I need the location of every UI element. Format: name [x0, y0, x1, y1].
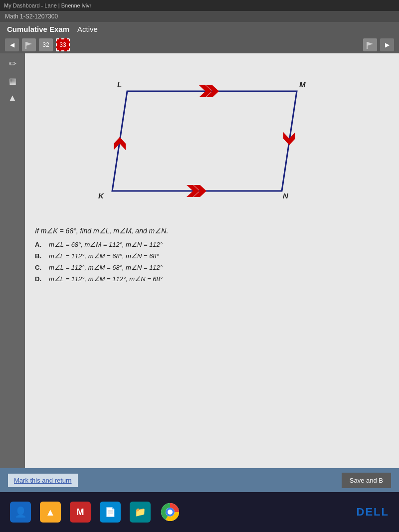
choice-d-text: m∠L = 112°, m∠M = 112°, m∠N = 68° — [49, 275, 163, 283]
svg-text:M: M — [299, 80, 306, 89]
browser-bar-text: My Dashboard - Lane | Bnenne lvivr — [4, 2, 91, 8]
flag-right-icon — [366, 41, 374, 49]
choice-b-text: m∠L = 112°, m∠M = 68°, m∠N = 68° — [49, 252, 159, 260]
question-32-button[interactable]: 32 — [39, 38, 53, 51]
choice-c[interactable]: C. m∠L = 112°, m∠M = 68°, m∠N = 112° — [35, 264, 389, 271]
exam-title-bar: Cumulative Exam Active — [0, 22, 399, 36]
choice-c-text: m∠L = 112°, m∠M = 68°, m∠N = 112° — [49, 264, 163, 271]
choice-a-text: m∠L = 68°, m∠M = 112°, m∠N = 112° — [49, 241, 163, 248]
question-text: If m∠K = 68°, find m∠L, m∠M, and m∠N. — [35, 227, 389, 235]
right-arrow — [283, 132, 295, 145]
sidebar: ✏ ▦ ▲ — [0, 53, 25, 468]
bottom-bar: Mark this and return Save and B — [0, 468, 399, 492]
header-bar: Math 1-S2-1207300 — [0, 11, 399, 22]
svg-marker-16 — [283, 132, 295, 145]
choice-b-letter: B. — [35, 252, 45, 260]
question-area: L M K N — [25, 53, 399, 468]
mark-return-link[interactable]: Mark this and return — [8, 474, 78, 487]
arrow-up-icon[interactable]: ▲ — [8, 93, 17, 103]
taskbar-folder-icon[interactable]: 📁 — [130, 502, 151, 523]
prev-button[interactable]: ◀ — [5, 38, 19, 51]
choice-d-letter: D. — [35, 275, 45, 283]
taskbar-files-icon[interactable]: 📄 — [100, 502, 121, 523]
svg-marker-4 — [112, 91, 297, 191]
svg-text:N: N — [283, 191, 289, 200]
taskbar-drive-icon[interactable]: ▲ — [40, 502, 61, 523]
exam-title: Cumulative Exam — [7, 25, 69, 33]
diagram-container: L M K N — [35, 61, 389, 221]
svg-marker-0 — [26, 42, 32, 46]
choice-a[interactable]: A. m∠L = 68°, m∠M = 112°, m∠N = 112° — [35, 241, 389, 248]
geometry-diagram: L M K N — [87, 61, 337, 221]
answer-choices: A. m∠L = 68°, m∠M = 112°, m∠N = 112° B. … — [35, 241, 389, 283]
flag-button[interactable] — [22, 38, 36, 51]
left-arrow — [113, 136, 127, 151]
dell-logo-text: DELL — [357, 506, 389, 518]
exam-status: Active — [77, 25, 98, 33]
taskbar-gmail-icon[interactable]: M — [70, 502, 91, 523]
svg-text:L: L — [117, 80, 122, 89]
course-label: Math 1-S2-1207300 — [5, 13, 58, 20]
next-button[interactable]: ▶ — [380, 38, 394, 51]
taskbar-chrome-icon[interactable] — [160, 502, 181, 523]
choice-a-letter: A. — [35, 241, 45, 248]
svg-text:K: K — [98, 191, 104, 200]
flag-icon — [25, 41, 33, 49]
save-button[interactable]: Save and B — [342, 473, 391, 488]
calculator-icon[interactable]: ▦ — [9, 76, 16, 86]
flag-right-button[interactable] — [363, 38, 377, 51]
choice-c-letter: C. — [35, 264, 45, 271]
svg-marker-2 — [367, 42, 373, 46]
taskbar: 👤 ▲ M 📄 📁 DELL — [0, 492, 399, 532]
svg-point-19 — [168, 510, 173, 515]
taskbar-user-icon[interactable]: 👤 — [10, 502, 31, 523]
choice-d[interactable]: D. m∠L = 112°, m∠M = 112°, m∠N = 68° — [35, 275, 389, 283]
question-33-button[interactable]: 33 — [56, 38, 70, 51]
browser-bar: My Dashboard - Lane | Bnenne lvivr — [0, 0, 399, 11]
dell-logo: DELL — [357, 506, 389, 519]
svg-marker-15 — [114, 137, 126, 150]
pencil-icon[interactable]: ✏ — [9, 58, 16, 69]
choice-b[interactable]: B. m∠L = 112°, m∠M = 68°, m∠N = 68° — [35, 252, 389, 260]
taskbar-icons: 👤 ▲ M 📄 📁 — [10, 502, 181, 523]
toolbar: ◀ 32 33 ▶ — [0, 36, 399, 53]
